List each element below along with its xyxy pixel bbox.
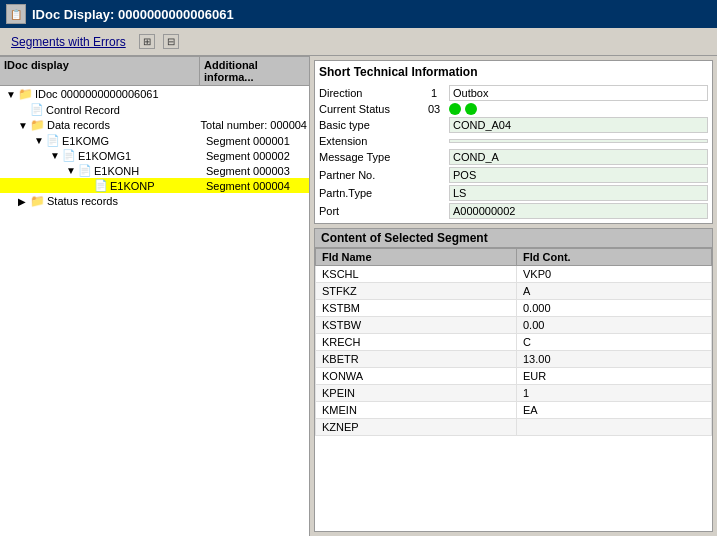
segments-errors-button[interactable]: Segments with Errors: [6, 32, 131, 52]
tree-item-e1komg[interactable]: ▼ 📄 E1KOMG Segment 000001: [0, 133, 309, 148]
partntype-label: Partn.Type: [319, 187, 419, 199]
status-label: Current Status: [319, 103, 419, 115]
field-value: EUR: [516, 368, 711, 385]
tree-label-data: Data records: [47, 119, 110, 131]
tree-label-e1konp: E1KONP: [110, 180, 155, 192]
tree-seg-e1konp: Segment 000004: [202, 180, 307, 192]
tree-label-idoc: IDoc 0000000000006061: [35, 88, 159, 100]
tree-label-e1komg1: E1KOMG1: [78, 150, 131, 162]
tree-item-e1komg1[interactable]: ▼ 📄 E1KOMG1 Segment 000002: [0, 148, 309, 163]
toolbar-icon-2[interactable]: ⊟: [163, 34, 179, 49]
field-value: [516, 419, 711, 436]
basictype-value: COND_A04: [449, 117, 708, 133]
field-name: KPEIN: [316, 385, 517, 402]
main-content: IDoc display Additional informa... ▼ 📁 I…: [0, 56, 717, 536]
tree-panel: ▼ 📁 IDoc 0000000000006061 📄 Control Reco…: [0, 86, 309, 536]
field-name: KZNEP: [316, 419, 517, 436]
tree-label-status: Status records: [47, 195, 118, 207]
msgtype-value: COND_A: [449, 149, 708, 165]
field-value: A: [516, 283, 711, 300]
field-name: KONWA: [316, 368, 517, 385]
info-grid: Direction 1 Outbox Current Status 03 Bas…: [319, 85, 708, 219]
green-circle-2: [465, 103, 477, 115]
tree-seg-e1komg: Segment 000001: [202, 135, 307, 147]
port-label: Port: [319, 205, 419, 217]
title-bar: 📋 IDoc Display: 0000000000006061: [0, 0, 717, 28]
tree-seg-data: Total number: 000004: [197, 119, 307, 131]
status-indicator: [449, 103, 708, 115]
msgtype-label: Message Type: [319, 151, 419, 163]
table-row: KBETR13.00: [316, 351, 712, 368]
tree-label-e1konh: E1KONH: [94, 165, 139, 177]
extension-value: [449, 139, 708, 143]
idoc-display-header: IDoc display: [0, 57, 200, 85]
status-num: 03: [419, 103, 449, 115]
table-row: KZNEP: [316, 419, 712, 436]
field-value: EA: [516, 402, 711, 419]
segment-table: Fld Name Fld Cont. KSCHLVKP0STFKZAKSTBM0…: [315, 248, 712, 436]
segment-box: Content of Selected Segment Fld Name Fld…: [314, 228, 713, 532]
tree-seg-e1konh: Segment 000003: [202, 165, 307, 177]
table-row: KSTBW0.00: [316, 317, 712, 334]
direction-value: Outbox: [449, 85, 708, 101]
field-name: STFKZ: [316, 283, 517, 300]
tree-item-idoc[interactable]: ▼ 📁 IDoc 0000000000006061: [0, 86, 309, 102]
direction-num: 1: [419, 87, 449, 99]
table-row: KSCHLVKP0: [316, 266, 712, 283]
short-technical-box: Short Technical Information Direction 1 …: [314, 60, 713, 224]
field-name: KSTBM: [316, 300, 517, 317]
table-row: KPEIN1: [316, 385, 712, 402]
tree-item-data[interactable]: ▼ 📁 Data records Total number: 000004: [0, 117, 309, 133]
table-row: KMEINEA: [316, 402, 712, 419]
field-value: 13.00: [516, 351, 711, 368]
extension-label: Extension: [319, 135, 419, 147]
partnerno-label: Partner No.: [319, 169, 419, 181]
segment-title: Content of Selected Segment: [315, 229, 712, 248]
tree-item-e1konp[interactable]: 📄 E1KONP Segment 000004: [0, 178, 309, 193]
field-name: KBETR: [316, 351, 517, 368]
field-value: C: [516, 334, 711, 351]
table-row: KONWAEUR: [316, 368, 712, 385]
field-name: KSCHL: [316, 266, 517, 283]
short-technical-title: Short Technical Information: [319, 65, 708, 79]
tree-item-e1konh[interactable]: ▼ 📄 E1KONH Segment 000003: [0, 163, 309, 178]
right-panel: Short Technical Information Direction 1 …: [310, 56, 717, 536]
col-header-fldcont: Fld Cont.: [516, 249, 711, 266]
toolbar: Segments with Errors ⊞ ⊟: [0, 28, 717, 56]
direction-label: Direction: [319, 87, 419, 99]
tree-item-status[interactable]: ▶ 📁 Status records: [0, 193, 309, 209]
basictype-label: Basic type: [319, 119, 419, 131]
field-name: KRECH: [316, 334, 517, 351]
tree-item-control[interactable]: 📄 Control Record: [0, 102, 309, 117]
table-row: STFKZA: [316, 283, 712, 300]
partntype-value: LS: [449, 185, 708, 201]
tree-seg-e1komg1: Segment 000002: [202, 150, 307, 162]
tree-label-e1komg: E1KOMG: [62, 135, 109, 147]
partnerno-value: POS: [449, 167, 708, 183]
tree-label-control: Control Record: [46, 104, 120, 116]
title-bar-text: IDoc Display: 0000000000006061: [32, 7, 234, 22]
field-value: 0.000: [516, 300, 711, 317]
toolbar-icon-1[interactable]: ⊞: [139, 34, 155, 49]
field-value: 0.00: [516, 317, 711, 334]
field-value: VKP0: [516, 266, 711, 283]
field-name: KSTBW: [316, 317, 517, 334]
col-header-fldname: Fld Name: [316, 249, 517, 266]
field-value: 1: [516, 385, 711, 402]
field-name: KMEIN: [316, 402, 517, 419]
additional-header: Additional informa...: [200, 57, 309, 85]
port-value: A000000002: [449, 203, 708, 219]
table-row: KRECHC: [316, 334, 712, 351]
green-circle-1: [449, 103, 461, 115]
title-bar-icon: 📋: [6, 4, 26, 24]
table-row: KSTBM0.000: [316, 300, 712, 317]
